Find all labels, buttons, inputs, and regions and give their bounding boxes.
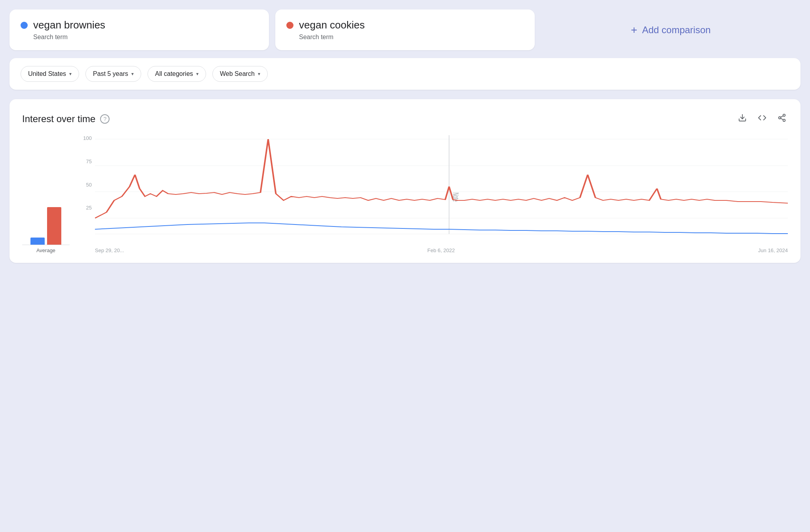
term2-name: vegan cookies	[299, 19, 365, 31]
location-chevron-icon: ▾	[69, 71, 72, 77]
location-filter[interactable]: United States ▾	[21, 66, 79, 82]
search-type-chevron-icon: ▾	[258, 71, 260, 77]
y-label-spacer	[78, 228, 92, 234]
period-filter-label: Past 5 years	[93, 70, 128, 77]
period-chevron-icon: ▾	[131, 71, 134, 77]
svg-line-5	[781, 116, 783, 117]
x-axis-labels: Sep 29, 20... Feb 6, 2022 Jun 16, 2024	[95, 246, 788, 253]
term2-type: Search term	[299, 34, 524, 41]
y-label-50: 50	[78, 182, 92, 188]
y-label-75: 75	[78, 158, 92, 164]
search-terms-section: vegan brownies Search term vegan cookies…	[9, 9, 801, 50]
avg-bar-red	[47, 207, 61, 245]
embed-button[interactable]	[756, 112, 768, 126]
term1-dot	[21, 22, 28, 29]
search-type-filter[interactable]: Web Search ▾	[212, 66, 268, 82]
avg-bar-blue	[30, 238, 45, 245]
add-comparison-button[interactable]: + Add comparison	[541, 9, 801, 50]
term1-name: vegan brownies	[33, 19, 105, 31]
chart-header: Interest over time ?	[22, 112, 788, 126]
line-chart-container: 100 75 50 25	[78, 135, 788, 253]
chart-actions	[736, 112, 788, 126]
term1-card[interactable]: vegan brownies Search term	[9, 9, 269, 50]
filters-bar: United States ▾ Past 5 years ▾ All categ…	[9, 58, 801, 90]
line-chart-svg: Note	[95, 135, 788, 246]
download-button[interactable]	[736, 112, 748, 126]
help-icon[interactable]: ?	[100, 114, 110, 124]
x-label-start: Sep 29, 20...	[95, 247, 124, 253]
share-button[interactable]	[776, 112, 788, 126]
search-type-filter-label: Web Search	[220, 70, 255, 77]
interest-over-time-card: Interest over time ?	[9, 99, 801, 263]
avg-bars	[22, 182, 70, 245]
term1-type: Search term	[33, 34, 258, 41]
chart-body: Average 100 75 50 25	[22, 135, 788, 253]
average-section: Average	[22, 182, 70, 253]
category-chevron-icon: ▾	[196, 71, 199, 77]
period-filter[interactable]: Past 5 years ▾	[85, 66, 141, 82]
term2-card[interactable]: vegan cookies Search term	[275, 9, 535, 50]
chart-title: Interest over time	[22, 113, 95, 125]
svg-line-4	[781, 118, 783, 120]
y-label-25: 25	[78, 205, 92, 211]
category-filter-label: All categories	[155, 70, 193, 77]
x-label-end: Jun 16, 2024	[758, 247, 788, 253]
plus-icon: +	[631, 24, 637, 36]
add-comparison-label: Add comparison	[642, 25, 710, 36]
average-label: Average	[36, 247, 55, 253]
y-axis: 100 75 50 25	[78, 135, 95, 246]
chart-title-row: Interest over time ?	[22, 113, 110, 125]
y-label-100: 100	[78, 135, 92, 141]
location-filter-label: United States	[28, 70, 66, 77]
x-label-mid: Feb 6, 2022	[428, 247, 455, 253]
svg-chart-wrap: Note Sep 29, 20... Feb 6, 2022 Jun 16, 2…	[95, 135, 788, 253]
category-filter[interactable]: All categories ▾	[148, 66, 206, 82]
term2-dot	[286, 22, 293, 29]
